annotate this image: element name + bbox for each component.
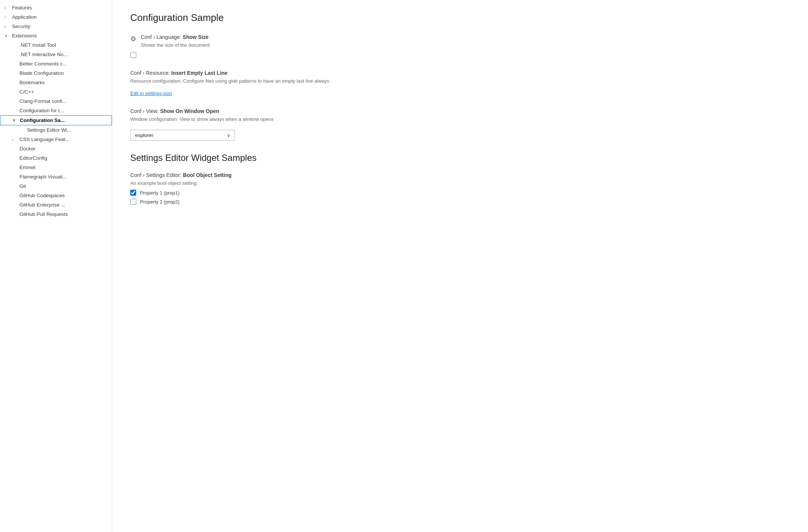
setting-block-show-on-window-open: Conf › View: Show On Window OpenWindow c…	[130, 108, 790, 141]
sidebar-item-net-install-tool[interactable]: .NET Install Tool	[0, 40, 112, 50]
page-title: Configuration Sample	[130, 12, 790, 24]
setting-title-area: Conf › Language: Show SizeShows the size…	[141, 34, 210, 49]
sidebar-item-bookmarks[interactable]: Bookmarks	[0, 78, 112, 87]
sidebar-item-blade-configuration[interactable]: Blade Configuration	[0, 68, 112, 78]
settings-section2: Conf › Settings Editor: Bool Object Sett…	[130, 172, 790, 205]
sidebar-item-better-comments[interactable]: Better Comments c...	[0, 59, 112, 68]
chevron-icon: ›	[4, 6, 10, 10]
checkbox-input[interactable]	[130, 190, 136, 196]
sidebar-item-label: EditorConfig	[19, 155, 47, 161]
sidebar-item-application[interactable]: ›Application	[0, 12, 112, 22]
checkbox-label: Property 1 (prop1)	[140, 190, 180, 196]
sidebar-item-label: C/C++	[19, 89, 34, 95]
sidebar-item-label: CSS Language Feat...	[19, 137, 70, 142]
setting-description: Window configuration: View to show alway…	[130, 116, 274, 123]
checkbox-row: Property 1 (prop1)	[130, 190, 790, 196]
sidebar-item-label: Settings Editor Wi...	[27, 127, 71, 133]
chevron-icon: ∨	[12, 118, 18, 123]
checkbox-row: Property 2 (prop2)	[130, 199, 790, 205]
setting-title-area: Conf › Settings Editor: Bool Object Sett…	[130, 172, 232, 187]
setting-header: Conf › View: Show On Window OpenWindow c…	[130, 108, 790, 123]
setting-label: Conf › View: Show On Window Open	[130, 108, 274, 114]
section2-title: Settings Editor Widget Samples	[130, 153, 790, 163]
sidebar-item-flamegraph[interactable]: Flamegraph Visuali...	[0, 172, 112, 181]
sidebar-item-css-language-feat[interactable]: ›CSS Language Feat...	[0, 135, 112, 144]
sidebar-item-label: Flamegraph Visuali...	[19, 174, 67, 180]
sidebar-item-label: Configuration for t...	[19, 108, 64, 113]
sidebar-item-github-pull-requests[interactable]: GitHub Pull Requests	[0, 210, 112, 219]
sidebar-item-cpp[interactable]: C/C++	[0, 87, 112, 97]
sidebar: ›Features›Application›Security∨Extension…	[0, 0, 112, 532]
sidebar-item-label: Docker	[19, 146, 36, 152]
setting-header: Conf › Resource: Insert Empty Last LineR…	[130, 70, 790, 85]
settings-section: ⚙Conf › Language: Show SizeShows the siz…	[130, 34, 790, 141]
checkbox-row	[130, 52, 790, 58]
sidebar-item-label: Emmet	[19, 165, 36, 170]
checkbox-input[interactable]	[130, 52, 136, 58]
view-select[interactable]: explorersearchscmdebugextensions	[130, 130, 235, 141]
sidebar-item-label: Application	[12, 14, 37, 20]
sidebar-item-label: GitHub Enterprise ...	[19, 202, 65, 208]
setting-description: Resource configuration: Configure files …	[130, 77, 329, 85]
sidebar-item-label: Extensions	[12, 33, 37, 39]
sidebar-item-extensions[interactable]: ∨Extensions	[0, 31, 112, 40]
sidebar-item-github-codespaces[interactable]: GitHub Codespaces	[0, 191, 112, 200]
setting-block-bool-object-setting: Conf › Settings Editor: Bool Object Sett…	[130, 172, 790, 205]
setting-header: Conf › Settings Editor: Bool Object Sett…	[130, 172, 790, 187]
checkbox-label: Property 2 (prop2)	[140, 199, 180, 205]
sidebar-item-clang-format[interactable]: Clang-Format confi...	[0, 97, 112, 106]
chevron-icon: ›	[4, 15, 10, 19]
sidebar-item-configuration-sa[interactable]: ∨Configuration Sa...	[0, 115, 112, 125]
chevron-icon: ›	[12, 137, 17, 142]
sidebar-item-label: Features	[12, 5, 32, 10]
sidebar-item-label: Bookmarks	[19, 80, 45, 85]
sidebar-item-label: GitHub Codespaces	[19, 193, 65, 198]
sidebar-item-net-interactive[interactable]: .NET Interactive No...	[0, 50, 112, 59]
sidebar-item-security[interactable]: ›Security	[0, 22, 112, 31]
chevron-icon: ∨	[4, 33, 10, 38]
chevron-icon: ›	[4, 24, 10, 29]
sidebar-item-label: Blade Configuration	[19, 70, 64, 76]
sidebar-item-label: Git	[19, 183, 26, 189]
sidebar-item-emmet[interactable]: Emmet	[0, 163, 112, 172]
sidebar-item-label: GitHub Pull Requests	[19, 211, 68, 217]
sidebar-item-github-enterprise[interactable]: GitHub Enterprise ...	[0, 200, 112, 210]
sidebar-item-features[interactable]: ›Features	[0, 3, 112, 12]
sidebar-item-docker[interactable]: Docker	[0, 144, 112, 153]
sidebar-item-configuration-for-t[interactable]: Configuration for t...	[0, 106, 112, 115]
setting-title-area: Conf › Resource: Insert Empty Last LineR…	[130, 70, 329, 85]
setting-label: Conf › Language: Show Size	[141, 34, 210, 40]
setting-block-insert-empty-last-line: Conf › Resource: Insert Empty Last LineR…	[130, 70, 790, 97]
sidebar-item-settings-editor-wi[interactable]: Settings Editor Wi...	[0, 125, 112, 135]
sidebar-item-label: .NET Interactive No...	[19, 52, 68, 57]
setting-header: ⚙Conf › Language: Show SizeShows the siz…	[130, 34, 790, 49]
sidebar-item-label: Clang-Format confi...	[19, 98, 67, 104]
setting-description: Shows the size of the document	[141, 42, 210, 49]
setting-label: Conf › Resource: Insert Empty Last Line	[130, 70, 329, 76]
checkbox-input[interactable]	[130, 199, 136, 205]
setting-block-show-size: ⚙Conf › Language: Show SizeShows the siz…	[130, 34, 790, 58]
setting-label: Conf › Settings Editor: Bool Object Sett…	[130, 172, 232, 178]
sidebar-item-editorconfig[interactable]: EditorConfig	[0, 153, 112, 163]
setting-title-area: Conf › View: Show On Window OpenWindow c…	[130, 108, 274, 123]
gear-icon[interactable]: ⚙	[130, 35, 136, 43]
main-content: Configuration Sample ⚙Conf › Language: S…	[112, 0, 808, 532]
edit-in-settings-link[interactable]: Edit in settings.json	[130, 91, 172, 96]
sidebar-item-label: Configuration Sa...	[20, 117, 65, 123]
setting-description: An example bool object setting.	[130, 180, 232, 187]
sidebar-item-label: .NET Install Tool	[19, 42, 56, 48]
sidebar-item-git[interactable]: Git	[0, 181, 112, 191]
sidebar-item-label: Security	[12, 24, 30, 29]
sidebar-item-label: Better Comments c...	[19, 61, 67, 67]
select-wrapper: explorersearchscmdebugextensions∨	[130, 130, 235, 141]
